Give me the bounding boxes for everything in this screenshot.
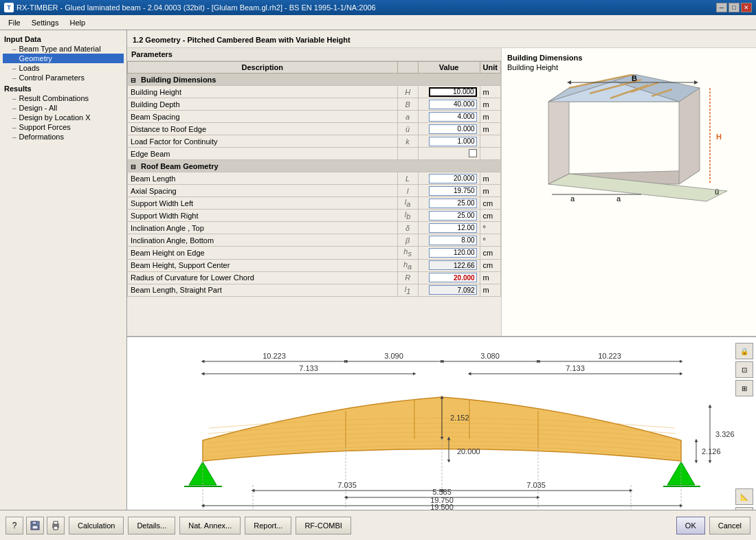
svg-text:a: a: [616, 194, 621, 203]
cell-beam-spacing-val: [418, 111, 480, 123]
input-data-label: Input Data: [3, 34, 124, 44]
cell-incl-bottom-desc: Inclination Angle, Bottom: [128, 234, 398, 247]
cell-dist-roof-sym: ü: [397, 123, 418, 135]
cell-straight-length-sym: l1: [397, 284, 418, 296]
sidebar-item-control-params[interactable]: Control Parameters: [3, 73, 124, 82]
support-left-input[interactable]: [429, 199, 477, 208]
content-header: 1.2 Geometry - Pitched Cambered Beam wit…: [127, 30, 756, 48]
cell-support-left-desc: Support Width Left: [128, 197, 398, 210]
cell-support-left-sym: la: [397, 197, 418, 210]
table-row: Beam Spacing a m: [128, 111, 501, 123]
table-row: Beam Length L m: [128, 172, 501, 185]
svg-text:3.326: 3.326: [715, 430, 735, 438]
zoom-reset-button[interactable]: ⊞: [735, 380, 753, 396]
sidebar-item-design-all[interactable]: Design - All: [3, 103, 124, 113]
radius-input[interactable]: [429, 273, 477, 282]
cell-building-height-val: [418, 86, 480, 98]
svg-marker-1: [548, 88, 569, 184]
cell-straight-length-unit: m: [480, 284, 500, 296]
menu-settings[interactable]: Settings: [26, 17, 65, 28]
top-panel: Parameters Description Value Unit: [127, 48, 756, 337]
cancel-button[interactable]: Cancel: [709, 517, 751, 535]
building-depth-input[interactable]: [429, 100, 477, 109]
cell-building-height-unit: m: [480, 86, 500, 98]
sidebar-item-loads[interactable]: Loads: [3, 63, 124, 73]
sidebar-item-support-forces[interactable]: Support Forces: [3, 122, 124, 132]
table-row: Radius of Curvature for Lower Chord R m: [128, 271, 501, 284]
sidebar-item-design-location[interactable]: Design by Location X: [3, 113, 124, 122]
rf-combi-button[interactable]: RF-COMBI: [296, 517, 351, 535]
collapse-building-icon[interactable]: ⊟: [131, 77, 137, 84]
print-icon-button[interactable]: [47, 517, 65, 535]
cell-dist-roof-val: [418, 123, 480, 135]
menu-help[interactable]: Help: [64, 17, 91, 28]
save-icon-button[interactable]: [26, 517, 44, 535]
magnify-button[interactable]: 🔍: [735, 507, 753, 510]
table-row: Load Factor for Continuity k: [128, 135, 501, 148]
table-row: Support Width Right lb cm: [128, 210, 501, 222]
cell-load-factor-unit: [480, 135, 500, 148]
calculation-button[interactable]: Calculation: [69, 517, 124, 535]
beam-length-input[interactable]: [429, 174, 477, 183]
cell-height-edge-unit: cm: [480, 247, 500, 259]
cell-axial-spacing-desc: Axial Spacing: [128, 185, 398, 197]
cell-height-support-sym: ha: [397, 259, 418, 271]
nat-annex-button[interactable]: Nat. Annex...: [179, 517, 241, 535]
incl-bottom-input[interactable]: [429, 236, 477, 245]
title-bar: T RX-TIMBER - Glued laminated beam - 2.0…: [0, 0, 756, 15]
incl-top-input[interactable]: [429, 223, 477, 233]
measure-button[interactable]: 📐: [735, 488, 753, 505]
height-edge-input[interactable]: [429, 248, 477, 258]
minimize-button[interactable]: ─: [716, 3, 727, 12]
cell-building-depth-desc: Building Depth: [128, 98, 398, 111]
cell-axial-spacing-sym: l: [397, 185, 418, 197]
building-height-input[interactable]: [429, 87, 477, 97]
dist-roof-input[interactable]: [429, 124, 477, 134]
svg-text:B: B: [632, 74, 637, 82]
svg-text:20.000: 20.000: [457, 447, 480, 455]
cell-axial-spacing-unit: m: [480, 185, 500, 197]
maximize-button[interactable]: □: [729, 3, 740, 12]
cell-incl-top-desc: Inclination Angle , Top: [128, 222, 398, 234]
sidebar-item-beam-type[interactable]: Beam Type and Material: [3, 44, 124, 54]
axial-spacing-input[interactable]: [429, 186, 477, 196]
cell-beam-spacing-unit: m: [480, 111, 500, 123]
beam-svg-container: 10.223 3.090 3.080 10.223 7.: [127, 337, 756, 510]
title-controls[interactable]: ─ □ ✕: [716, 3, 752, 12]
input-data-section: Input Data Beam Type and Material Geomet…: [3, 34, 124, 82]
sidebar-label-deformations: Deformations: [19, 133, 64, 141]
cell-edge-beam-sym: [397, 148, 418, 160]
zoom-fit-button[interactable]: ⊡: [735, 361, 753, 378]
cell-load-factor-val: [418, 135, 480, 148]
sidebar-item-deformations[interactable]: Deformations: [3, 132, 124, 142]
cell-radius-desc: Radius of Curvature for Lower Chord: [128, 271, 398, 284]
details-button[interactable]: Details...: [128, 517, 175, 535]
app-icon: T: [4, 3, 14, 12]
load-factor-input[interactable]: [429, 137, 477, 146]
cell-height-support-val: [418, 259, 480, 271]
cell-building-height-desc: Building Height: [128, 86, 398, 98]
sidebar-item-geometry[interactable]: Geometry: [3, 54, 124, 63]
cell-load-factor-desc: Load Factor for Continuity: [128, 135, 398, 148]
params-table-wrap[interactable]: Description Value Unit ⊟ Bu: [127, 61, 501, 336]
table-row: Distance to Roof Edge ü m: [128, 123, 501, 135]
lock-view-button[interactable]: 🔒: [735, 343, 753, 359]
help-icon-button[interactable]: ?: [5, 517, 23, 535]
sidebar-item-result-combinations[interactable]: Result Combinations: [3, 93, 124, 103]
cell-radius-sym: R: [397, 271, 418, 284]
sidebar-label-result-combinations: Result Combinations: [19, 94, 89, 102]
building-diagram-title: Building Dimensions: [507, 54, 751, 62]
collapse-roof-icon[interactable]: ⊟: [131, 164, 137, 170]
cell-beam-length-sym: L: [397, 172, 418, 185]
edge-beam-checkbox[interactable]: [469, 149, 477, 157]
menu-file[interactable]: File: [3, 17, 26, 28]
cell-height-edge-sym: hs: [397, 247, 418, 259]
cell-incl-bottom-sym: β: [397, 234, 418, 247]
beam-spacing-input[interactable]: [429, 112, 477, 122]
support-right-input[interactable]: [429, 211, 477, 221]
cell-straight-length-desc: Beam Length, Straight Part: [128, 284, 398, 296]
close-button[interactable]: ✕: [741, 3, 752, 12]
report-button[interactable]: Report...: [245, 517, 291, 535]
ok-button[interactable]: OK: [676, 517, 705, 535]
cell-support-right-desc: Support Width Right: [128, 210, 398, 222]
